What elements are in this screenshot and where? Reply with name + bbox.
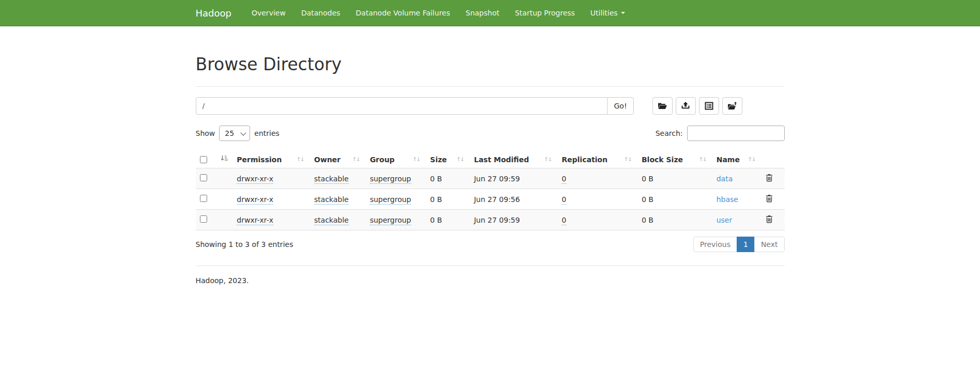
last-modified-cell: Jun 27 09:59 (470, 210, 557, 230)
directory-path-input[interactable] (196, 97, 608, 115)
path-input-group: Go! (196, 97, 634, 115)
sort-icon: ↑↓ (748, 156, 757, 163)
header-actions (761, 151, 785, 168)
table-controls: Show 25 entries Search: (196, 126, 785, 141)
nav-item-overview[interactable]: Overview (244, 1, 293, 25)
search-input[interactable] (687, 126, 785, 141)
table-row: drwxr-xr-x stackable supergroup 0 B Jun … (196, 168, 785, 189)
delete-button[interactable] (766, 194, 773, 204)
header-permission[interactable]: Permission ↑↓ (232, 151, 310, 168)
nav-item-utilities[interactable]: Utilities (583, 1, 633, 25)
delete-button[interactable] (766, 174, 773, 183)
directory-link[interactable]: data (717, 175, 733, 183)
move-to-folder-button[interactable] (722, 97, 742, 115)
last-modified-cell: Jun 27 09:59 (470, 168, 557, 189)
nav-item-datanode-volume-failures[interactable]: Datanode Volume Failures (348, 1, 458, 25)
upload-file-button[interactable] (676, 97, 696, 115)
permission-cell[interactable]: drwxr-xr-x (237, 216, 273, 225)
page-size-select[interactable]: 25 (219, 126, 250, 141)
pagination-page-1[interactable]: 1 (737, 237, 755, 252)
nav-item-snapshot[interactable]: Snapshot (458, 1, 507, 25)
header-replication[interactable]: Replication ↑↓ (557, 151, 637, 168)
block-size-cell: 0 B (637, 189, 712, 210)
group-cell[interactable]: supergroup (370, 216, 411, 225)
block-size-cell: 0 B (637, 168, 712, 189)
header-name[interactable]: Name ↑↓ (712, 151, 761, 168)
header-group-label: Group (370, 156, 395, 164)
trash-icon (766, 196, 773, 204)
page-title: Browse Directory (196, 55, 785, 74)
header-select-all[interactable] (196, 151, 233, 168)
main-content: Browse Directory Go! (188, 55, 792, 285)
replication-cell[interactable]: 0 (562, 216, 566, 225)
size-cell: 0 B (426, 168, 470, 189)
directory-table: Permission ↑↓ Owner ↑↓ Group ↑↓ Size ↑↓ … (196, 151, 785, 230)
row-checkbox[interactable] (200, 215, 207, 223)
view-list-button[interactable] (699, 97, 719, 115)
go-button[interactable]: Go! (607, 97, 633, 115)
owner-cell[interactable]: stackable (314, 195, 349, 205)
entries-label: entries (254, 129, 279, 137)
sort-icon: ↑↓ (698, 156, 708, 163)
directory-link[interactable]: hbase (717, 195, 738, 204)
footer-divider (196, 266, 785, 266)
file-toolbar (652, 97, 745, 115)
owner-cell[interactable]: stackable (314, 175, 349, 184)
path-bar: Go! (196, 97, 785, 115)
block-size-cell: 0 B (637, 210, 712, 230)
top-navbar: Hadoop Overview Datanodes Datanode Volum… (0, 0, 980, 26)
size-cell: 0 B (426, 210, 470, 230)
trash-icon (766, 217, 773, 225)
header-permission-label: Permission (237, 156, 282, 164)
sort-icon: ↑↓ (624, 156, 633, 163)
table-row: drwxr-xr-x stackable supergroup 0 B Jun … (196, 210, 785, 230)
folder-upload-icon (727, 102, 737, 110)
permission-cell[interactable]: drwxr-xr-x (237, 175, 273, 184)
header-size[interactable]: Size ↑↓ (426, 151, 470, 168)
sort-icon: ↑↓ (544, 156, 553, 163)
group-cell[interactable]: supergroup (370, 195, 411, 205)
header-replication-label: Replication (562, 156, 608, 164)
header-block-size-label: Block Size (642, 156, 683, 164)
sort-icon: ↑↓ (456, 156, 465, 163)
permission-cell[interactable]: drwxr-xr-x (237, 195, 273, 205)
table-footer: Showing 1 to 3 of 3 entries Previous 1 N… (196, 237, 785, 252)
header-owner[interactable]: Owner ↑↓ (310, 151, 366, 168)
sort-icon: ↑↓ (412, 156, 422, 163)
pagination-next[interactable]: Next (754, 237, 785, 252)
sort-active-icon (221, 155, 228, 164)
row-checkbox[interactable] (200, 174, 207, 181)
entries-info: Showing 1 to 3 of 3 entries (196, 240, 293, 248)
footer-text: Hadoop, 2023. (196, 276, 785, 285)
upload-icon (681, 102, 690, 110)
navbar-container: Hadoop Overview Datanodes Datanode Volum… (188, 0, 792, 26)
directory-link[interactable]: user (717, 216, 733, 224)
replication-cell[interactable]: 0 (562, 195, 566, 205)
page-length-control: Show 25 entries (196, 126, 279, 141)
last-modified-cell: Jun 27 09:56 (470, 189, 557, 210)
size-cell: 0 B (426, 189, 470, 210)
nav-item-startup-progress[interactable]: Startup Progress (507, 1, 583, 25)
trash-icon (766, 176, 773, 183)
replication-cell[interactable]: 0 (562, 175, 566, 184)
header-block-size[interactable]: Block Size ↑↓ (637, 151, 712, 168)
sort-icon: ↑↓ (352, 156, 361, 163)
row-checkbox[interactable] (200, 195, 207, 202)
create-directory-button[interactable] (652, 97, 673, 115)
brand-hadoop[interactable]: Hadoop (196, 8, 231, 19)
nav-item-datanodes[interactable]: Datanodes (293, 1, 348, 25)
pagination-previous[interactable]: Previous (693, 237, 737, 252)
header-last-modified-label: Last Modified (474, 156, 529, 164)
folder-open-icon (658, 102, 667, 110)
caret-down-icon (621, 12, 625, 14)
header-last-modified[interactable]: Last Modified ↑↓ (470, 151, 557, 168)
delete-button[interactable] (766, 215, 773, 225)
group-cell[interactable]: supergroup (370, 175, 411, 184)
header-size-label: Size (430, 156, 447, 164)
select-all-checkbox[interactable] (200, 156, 207, 163)
owner-cell[interactable]: stackable (314, 216, 349, 225)
header-group[interactable]: Group ↑↓ (366, 151, 426, 168)
title-divider (196, 86, 785, 87)
show-label: Show (196, 129, 215, 137)
nav-item-utilities-label: Utilities (590, 9, 618, 17)
